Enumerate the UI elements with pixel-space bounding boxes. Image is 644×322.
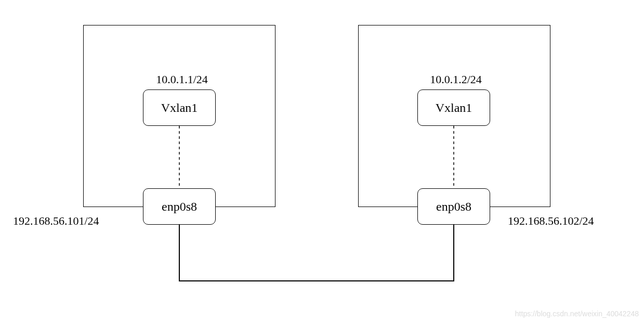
host2-vxlan-ip: 10.0.1.2/24	[414, 73, 497, 86]
watermark: https://blog.csdn.net/weixin_40042248	[515, 310, 639, 318]
host2-nic-name: enp0s8	[436, 200, 471, 214]
host1-vxlan-node: Vxlan1	[143, 89, 216, 126]
host2-vxlan-node: Vxlan1	[417, 89, 490, 126]
host2-vxlan-name: Vxlan1	[436, 101, 472, 115]
host2-nic-node: enp0s8	[417, 188, 490, 225]
host1-vxlan-ip: 10.0.1.1/24	[140, 73, 224, 86]
host1-nic-name: enp0s8	[162, 200, 197, 214]
host1-vxlan-name: Vxlan1	[161, 101, 198, 115]
host2-nic-ip: 192.168.56.102/24	[508, 214, 633, 228]
host1-nic-ip: 192.168.56.101/24	[13, 214, 138, 228]
host1-nic-node: enp0s8	[143, 188, 216, 225]
